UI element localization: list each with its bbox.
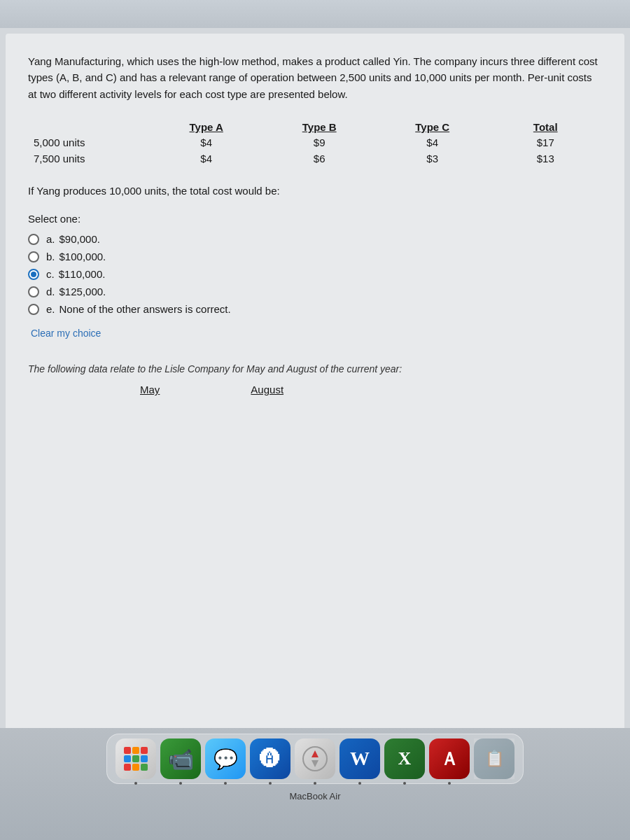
appstore-dock-icon[interactable]: 🅐 <box>250 738 290 779</box>
dot <box>132 755 139 762</box>
finder-dock-icon[interactable]: 📋 <box>474 738 514 779</box>
word-dock-icon[interactable]: W <box>340 738 380 779</box>
option-letter-c: c. <box>46 268 55 280</box>
dock-indicator <box>403 782 406 785</box>
radio-option-a[interactable] <box>28 234 39 245</box>
months-row: May August <box>28 384 602 396</box>
table-cell-units-5000: 5,000 units <box>28 134 150 150</box>
dock-indicator <box>224 782 227 785</box>
dot <box>141 764 148 771</box>
table-cell-a-7500: $4 <box>150 150 263 167</box>
table-cell-units-7500: 7,500 units <box>28 150 150 167</box>
table-cell-a-5000: $4 <box>150 134 263 150</box>
table-header-type-c: Type C <box>376 119 489 134</box>
list-item: a. $90,000. <box>28 233 602 245</box>
radio-option-b[interactable] <box>28 251 39 262</box>
table-cell-total-5000: $17 <box>489 134 602 150</box>
list-item: b. $100,000. <box>28 251 602 262</box>
select-one-label: Select one: <box>28 213 602 225</box>
dock-indicator <box>358 782 361 785</box>
table-cell-c-5000: $4 <box>376 134 489 150</box>
table-header-type-a: Type A <box>150 119 263 134</box>
safari-compass-icon <box>302 746 328 771</box>
table-header-empty <box>28 119 150 134</box>
table-cell-b-5000: $9 <box>262 134 376 150</box>
month-august: August <box>251 384 284 396</box>
option-letter-d: d. <box>46 286 55 298</box>
option-text-a: $90,000. <box>59 233 100 245</box>
option-text-b: $100,000. <box>59 251 106 262</box>
option-letter-b: b. <box>46 251 55 262</box>
acrobat-dock-icon[interactable]: Ａ <box>429 738 470 779</box>
dot <box>124 755 131 762</box>
dot <box>132 764 139 771</box>
option-text-d: $125,000. <box>59 286 106 298</box>
option-text-e: None of the other answers is correct. <box>59 303 231 315</box>
dot <box>132 747 139 754</box>
table-header-total: Total <box>489 119 602 134</box>
dock-indicator <box>314 782 316 785</box>
table-cell-b-7500: $6 <box>262 150 376 167</box>
option-text-c: $110,000. <box>59 268 106 280</box>
options-list: a. $90,000. b. $100,000. c. $110,000. d.… <box>28 233 602 315</box>
option-letter-a: a. <box>46 233 55 245</box>
option-letter-e: e. <box>46 303 55 315</box>
dock: 📹 💬 🅐 W <box>106 734 524 784</box>
table-row: 5,000 units $4 $9 $4 $17 <box>28 134 602 150</box>
grid-dots <box>124 747 148 771</box>
month-may: May <box>140 384 160 396</box>
table-cell-c-7500: $3 <box>376 150 489 167</box>
macbook-label: MacBook Air <box>290 791 341 802</box>
table-header-type-b: Type B <box>262 119 376 134</box>
sub-question: If Yang produces 10,000 units, the total… <box>28 183 602 200</box>
radio-option-e[interactable] <box>28 304 39 315</box>
next-question-text: The following data relate to the Lisle C… <box>28 362 602 377</box>
dock-indicator <box>134 782 137 785</box>
dock-indicator <box>269 782 272 785</box>
facetime-dock-icon[interactable]: 📹 <box>160 738 201 779</box>
list-item: c. $110,000. <box>28 268 602 280</box>
screen-content: Yang Manufacturing, which uses the high-… <box>0 28 630 840</box>
excel-dock-icon[interactable]: X <box>384 738 425 779</box>
dock-area: 📹 💬 🅐 W <box>0 728 630 840</box>
dot <box>141 755 148 762</box>
list-item: e. None of the other answers is correct. <box>28 303 602 315</box>
radio-option-d[interactable] <box>28 286 39 298</box>
question-paragraph: Yang Manufacturing, which uses the high-… <box>28 53 602 102</box>
list-item: d. $125,000. <box>28 286 602 298</box>
top-bar <box>0 0 630 28</box>
cost-table: Type A Type B Type C Total 5,000 units $… <box>28 119 602 167</box>
dock-indicator <box>448 782 451 785</box>
table-cell-total-7500: $13 <box>489 150 602 167</box>
dot <box>124 764 131 771</box>
radio-option-c[interactable] <box>28 269 39 280</box>
launchpad-icon[interactable] <box>115 738 156 779</box>
table-row: 7,500 units $4 $6 $3 $13 <box>28 150 602 167</box>
dot <box>124 747 131 754</box>
dock-indicator <box>179 782 182 785</box>
safari-dock-icon[interactable] <box>295 738 335 779</box>
main-area: Yang Manufacturing, which uses the high-… <box>6 34 624 728</box>
clear-choice-link[interactable]: Clear my choice <box>31 328 101 339</box>
dot <box>141 747 148 754</box>
messages-dock-icon[interactable]: 💬 <box>205 738 246 779</box>
